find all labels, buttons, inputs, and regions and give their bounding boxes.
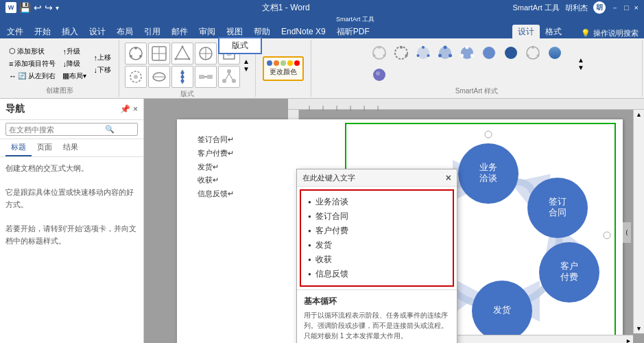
svg-rect-25 <box>207 75 213 79</box>
popup-item-text-3: 客户付费 <box>315 225 348 237</box>
style-3[interactable] <box>413 43 433 63</box>
tab-smartart-format[interactable]: 格式 <box>540 25 567 38</box>
style-10[interactable] <box>369 64 390 85</box>
popup-item-3: ● 客户付费 <box>308 224 446 238</box>
svg-point-49 <box>470 54 474 58</box>
svg-point-45 <box>449 54 452 58</box>
layout-preset-3[interactable] <box>171 43 193 64</box>
layout-preset-9[interactable] <box>195 66 217 88</box>
style-4[interactable] <box>435 43 455 63</box>
layout-preset-6[interactable] <box>125 66 147 88</box>
layout-preset-8[interactable] <box>171 66 193 88</box>
user-avatar: 胡 <box>593 1 606 14</box>
tab-layout[interactable]: 布局 <box>111 25 139 38</box>
style-5[interactable] <box>457 43 477 63</box>
scrollbar-vertical[interactable]: ▲ ▼ <box>633 110 644 333</box>
title-text: 文档1 - Word <box>262 3 310 12</box>
search-box[interactable]: 💡 操作说明搜索 <box>581 28 644 38</box>
format-label-text: 版式 <box>232 40 248 50</box>
svg-text:合同: 合同 <box>549 207 567 217</box>
minimize-button[interactable]: － <box>611 3 619 13</box>
svg-point-35 <box>372 54 375 57</box>
tab-file[interactable]: 文件 <box>1 25 29 38</box>
sidebar-tab-results[interactable]: 结果 <box>58 139 84 156</box>
save-button[interactable]: 💾 <box>19 2 31 13</box>
style-2[interactable] <box>391 43 412 63</box>
style-8[interactable] <box>523 43 543 63</box>
layout-label: 布局▾ <box>69 71 86 81</box>
layouts-label: 版式 <box>125 89 250 99</box>
add-bullet-label: 添加项目符号 <box>14 59 56 69</box>
customize-button[interactable]: ▾ <box>56 4 59 12</box>
layout-scroll-down[interactable]: ▼ <box>243 65 250 73</box>
downgrade-button[interactable]: ↓ 降级 <box>60 58 88 69</box>
popup-item-6: ● 信息反馈 <box>308 267 446 281</box>
move-up-button[interactable]: ↑ 上移 <box>91 52 113 63</box>
maximize-button[interactable]: □ <box>624 3 629 12</box>
style-scroll-down[interactable]: ▼ <box>577 64 584 71</box>
layout-preset-2[interactable] <box>148 43 170 64</box>
doc-area: | | | | | | 签订合同↵ 客户付费↵ 发货↵ 收获↵ 信息反馈↵ <box>144 99 644 343</box>
layout-preset-4[interactable] <box>195 43 217 64</box>
layout-button[interactable]: ▦ 布局▾ <box>60 71 88 82</box>
popup-footer: 基本循环 用于以循环流程表示阶段、任务或事件的连续序列。强调阶段或步骤，而不是连… <box>297 289 457 343</box>
smartart-tools-banner: SmartArt 工具 <box>336 15 374 24</box>
create-shape-content: ⬡ 添加形状 ≡ 添加项目符号 ↔ 🔄 从左到右 ↑ 升级 ↓ <box>7 43 113 84</box>
tab-help[interactable]: 帮助 <box>248 25 276 38</box>
svg-text:签订: 签订 <box>549 196 567 206</box>
scroll-down-arrow[interactable]: ▼ <box>634 324 643 333</box>
layout-scroll-up[interactable]: ▲ <box>243 58 250 65</box>
change-color-button[interactable]: 更改颜色 <box>263 56 304 81</box>
undo2-button[interactable]: ↪ <box>45 2 53 13</box>
scroll-up-arrow[interactable]: ▲ <box>634 110 643 119</box>
sidebar-tab-pages[interactable]: 页面 <box>32 139 58 156</box>
layout-preset-7[interactable] <box>148 66 170 88</box>
tab-review[interactable]: 审阅 <box>193 25 221 38</box>
tab-smartart-design[interactable]: 设计 <box>512 25 540 38</box>
popup-close-button[interactable]: × <box>446 172 451 183</box>
svg-point-2 <box>139 55 142 58</box>
sidebar-pin-button[interactable]: 📌 <box>120 104 130 114</box>
svg-text:客户: 客户 <box>560 261 578 271</box>
close-button[interactable]: × <box>634 3 639 12</box>
tab-start[interactable]: 开始 <box>29 25 56 38</box>
tab-view[interactable]: 视图 <box>221 25 248 38</box>
tab-endnote[interactable]: EndNote X9 <box>276 25 331 38</box>
add-shape-button[interactable]: ⬡ 添加形状 <box>7 46 58 57</box>
ltr-button[interactable]: ↔ 🔄 从左到右 <box>7 71 58 82</box>
shape-buttons-col1: ⬡ 添加形状 ≡ 添加项目符号 ↔ 🔄 从左到右 <box>7 46 58 82</box>
tab-design[interactable]: 设计 <box>84 25 111 38</box>
move-down-button[interactable]: ↓ 下移 <box>91 64 113 75</box>
scroll-right-arrow[interactable]: ► <box>624 336 633 344</box>
style-6[interactable] <box>479 43 499 63</box>
sidebar-close-button[interactable]: × <box>133 104 138 114</box>
style-scroll-up[interactable]: ▲ <box>577 56 584 64</box>
tab-insert[interactable]: 插入 <box>56 25 84 38</box>
style-7[interactable] <box>501 43 521 63</box>
add-bullet-button[interactable]: ≡ 添加项目符号 <box>7 58 58 69</box>
upgrade-button[interactable]: ↑ 升级 <box>60 46 88 57</box>
resize-handle[interactable]: ⟨ <box>623 222 631 243</box>
svg-point-3 <box>130 55 132 58</box>
svg-point-40 <box>422 46 425 49</box>
popup-desc: 用于以循环流程表示阶段、任务或事件的连续序列。强调阶段或步骤，而不是连接箭头或流… <box>304 310 450 341</box>
sidebar-header: 导航 📌 × <box>0 99 143 120</box>
undo-button[interactable]: ↩ <box>34 2 42 13</box>
svg-point-54 <box>532 46 534 49</box>
sidebar-tabs: 标题 页面 结果 <box>0 139 143 157</box>
doc-line-2: 客户付费↵ <box>198 147 328 161</box>
bullet-6: ● <box>308 271 311 277</box>
style-9[interactable] <box>545 43 565 63</box>
layout-scroll: ▲ ▼ <box>243 58 250 73</box>
tab-mail[interactable]: 邮件 <box>166 25 193 38</box>
sidebar-tab-headings[interactable]: 标题 <box>5 139 32 156</box>
layout-preset-10[interactable] <box>218 66 240 88</box>
search-input[interactable] <box>9 126 105 134</box>
sidebar-content: 创建文档的交互式大纲。 它是跟踪具体位置或快速移动内容的好方式。 若要开始，请转… <box>0 157 143 252</box>
svg-text:发货: 发货 <box>493 305 511 315</box>
style-1[interactable] <box>369 43 390 63</box>
tab-foxit[interactable]: 福昕PDF <box>331 25 375 38</box>
tab-references[interactable]: 引用 <box>139 25 166 38</box>
bullet-2: ● <box>308 213 311 220</box>
layout-preset-1[interactable] <box>125 43 147 64</box>
